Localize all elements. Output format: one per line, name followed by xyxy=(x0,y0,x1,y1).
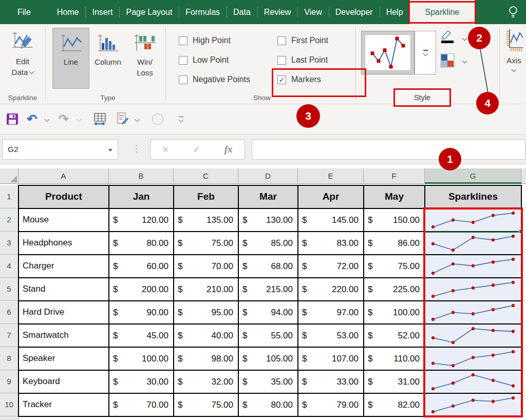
cell-F2[interactable]: $150.00 xyxy=(364,209,425,232)
header-cell-apr[interactable]: Apr xyxy=(298,186,364,209)
cell-E10[interactable]: $79.00 xyxy=(298,394,364,417)
tab-data[interactable]: Data xyxy=(227,0,257,24)
cell-E6[interactable]: $97.00 xyxy=(298,301,364,324)
column-header-E[interactable]: E xyxy=(298,168,364,184)
tab-formulas[interactable]: Formulas xyxy=(179,0,227,24)
save-button[interactable] xyxy=(6,104,18,134)
row-header-5[interactable]: 5 xyxy=(0,278,18,301)
cell-A4[interactable]: Charger xyxy=(19,255,109,278)
cell-F6[interactable]: $100.00 xyxy=(364,301,425,324)
chevron-down-icon[interactable] xyxy=(462,59,467,64)
customize-toolbar-button[interactable] xyxy=(179,104,183,134)
cell-A2[interactable]: Mouse xyxy=(19,209,109,232)
cell-G2[interactable] xyxy=(425,209,522,232)
cell-A3[interactable]: Headphones xyxy=(19,232,109,255)
type-column-button[interactable]: Column xyxy=(89,28,126,89)
cell-C5[interactable]: $210.00 xyxy=(174,278,239,301)
cell-F8[interactable]: $110.00 xyxy=(364,348,425,371)
cell-B4[interactable]: $60.00 xyxy=(109,255,174,278)
tab-file[interactable]: File xyxy=(5,0,43,24)
checkbox-last-point[interactable]: Last Point xyxy=(277,50,354,70)
select-all-corner[interactable] xyxy=(0,168,18,184)
shape-circle-icon[interactable] xyxy=(152,113,163,125)
cell-D3[interactable]: $85.00 xyxy=(239,232,298,255)
tab-developer[interactable]: Developer xyxy=(329,0,380,24)
column-header-C[interactable]: C xyxy=(174,168,238,184)
drag-handle-icon[interactable]: ⋮ xyxy=(132,143,141,154)
row-header-2[interactable]: 2 xyxy=(0,208,18,232)
row-header-9[interactable]: 9 xyxy=(0,370,18,393)
cell-E9[interactable]: $33.00 xyxy=(298,371,364,394)
cell-C3[interactable]: $75.00 xyxy=(174,232,239,255)
cell-B5[interactable]: $200.00 xyxy=(109,278,174,301)
cell-C4[interactable]: $70.00 xyxy=(174,255,239,278)
edit-document-button[interactable] xyxy=(116,104,129,134)
tab-home[interactable]: Home xyxy=(50,0,86,24)
cell-F3[interactable]: $86.00 xyxy=(364,232,425,255)
column-width-button[interactable] xyxy=(92,104,107,134)
cell-D10[interactable]: $80.00 xyxy=(239,394,298,417)
edit-document-dropdown[interactable] xyxy=(136,104,139,134)
cell-E2[interactable]: $145.00 xyxy=(298,209,364,232)
cell-F7[interactable]: $52.00 xyxy=(364,324,425,348)
cancel-icon[interactable]: × xyxy=(163,144,169,156)
row-header-6[interactable]: 6 xyxy=(0,301,18,324)
marker-color-button[interactable] xyxy=(440,53,455,70)
column-header-G[interactable]: G xyxy=(425,168,521,184)
cell-C6[interactable]: $95.00 xyxy=(174,301,239,324)
row-header-10[interactable]: 10 xyxy=(0,393,18,416)
checkbox-box-high-point[interactable] xyxy=(179,36,187,45)
cell-G8[interactable] xyxy=(425,348,522,371)
tab-sparkline[interactable]: Sparkline xyxy=(410,0,475,24)
style-gallery-more-button[interactable] xyxy=(415,31,436,74)
cell-B10[interactable]: $70.00 xyxy=(109,394,174,417)
lightbulb-icon[interactable] xyxy=(506,5,520,22)
header-cell-may[interactable]: May xyxy=(364,186,425,209)
row-header-7[interactable]: 7 xyxy=(0,324,18,347)
undo-dropdown[interactable] xyxy=(45,104,49,134)
checkbox-box-markers[interactable]: ✓ xyxy=(277,75,286,84)
cell-B7[interactable]: $45.00 xyxy=(109,324,174,348)
cell-C8[interactable]: $98.00 xyxy=(174,348,239,371)
checkbox-box-last-point[interactable] xyxy=(277,56,286,65)
column-header-D[interactable]: D xyxy=(238,168,298,184)
tab-insert[interactable]: Insert xyxy=(85,0,119,24)
cell-E8[interactable]: $107.00 xyxy=(298,348,364,371)
type-line-button[interactable]: Line xyxy=(52,28,89,89)
tab-view[interactable]: View xyxy=(297,0,328,24)
cell-B9[interactable]: $30.00 xyxy=(109,371,174,394)
cell-G4[interactable] xyxy=(425,255,522,278)
undo-button[interactable]: ↶ xyxy=(27,104,37,134)
style-gallery-preview[interactable] xyxy=(361,31,415,74)
cell-C2[interactable]: $135.00 xyxy=(174,209,239,232)
checkbox-box-low-point[interactable] xyxy=(179,56,187,65)
cell-F5[interactable]: $225.00 xyxy=(364,278,425,301)
checkbox-high-point[interactable]: High Point xyxy=(179,31,277,50)
cell-B6[interactable]: $90.00 xyxy=(109,301,174,324)
checkbox-markers[interactable]: ✓Markers xyxy=(277,70,354,89)
cell-A8[interactable]: Speaker xyxy=(19,348,109,371)
formula-input[interactable] xyxy=(252,139,525,160)
cell-G10[interactable] xyxy=(425,394,522,417)
cell-E3[interactable]: $83.00 xyxy=(298,232,364,255)
cell-E5[interactable]: $220.00 xyxy=(298,278,364,301)
cell-G3[interactable] xyxy=(425,232,522,255)
cell-D9[interactable]: $35.00 xyxy=(239,371,298,394)
header-cell-jan[interactable]: Jan xyxy=(109,186,174,209)
cell-A5[interactable]: Stand xyxy=(19,278,109,301)
axis-button[interactable]: Axis xyxy=(502,27,526,74)
cell-F4[interactable]: $75.00 xyxy=(364,255,425,278)
cell-F10[interactable]: $82.00 xyxy=(364,394,425,417)
cell-F9[interactable]: $31.00 xyxy=(364,371,425,394)
cell-A9[interactable]: Keyboard xyxy=(19,371,109,394)
header-cell-feb[interactable]: Feb xyxy=(174,186,239,209)
checkbox-low-point[interactable]: Low Point xyxy=(179,50,277,70)
cell-E4[interactable]: $72.00 xyxy=(298,255,364,278)
cell-E7[interactable]: $53.00 xyxy=(298,324,364,348)
cell-G5[interactable] xyxy=(425,278,522,301)
cell-G6[interactable] xyxy=(425,301,522,324)
cell-D6[interactable]: $94.00 xyxy=(239,301,298,324)
row-header-3[interactable]: 3 xyxy=(0,232,18,255)
tab-page-layout[interactable]: Page Layout xyxy=(119,0,179,24)
chevron-down-icon[interactable] xyxy=(462,36,467,41)
